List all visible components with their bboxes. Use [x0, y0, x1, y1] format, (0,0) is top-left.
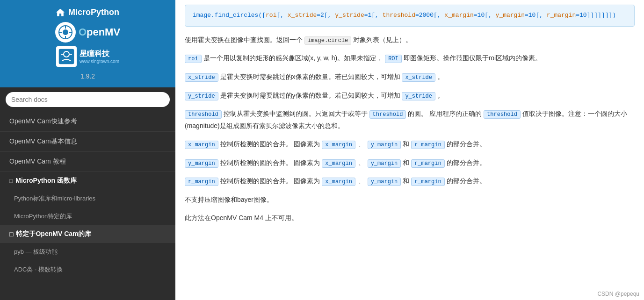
- sidebar-title: MicroPython: [56, 7, 119, 17]
- param-ystride-label: y_stride: [185, 92, 218, 100]
- search-input[interactable]: [6, 92, 170, 107]
- sidebar-header: MicroPython OpenMV: [0, 0, 175, 87]
- param-xstride-label: x_stride: [185, 73, 218, 82]
- code-text: image.find_circles([roi[, x_stride=2[, y…: [193, 12, 616, 19]
- para-ystride: y_stride 是霍夫变换时需要跳过的y像素的数量。若已知圆较大，可增加 y_…: [185, 90, 635, 102]
- inline-code-roi: ROI: [385, 55, 402, 63]
- sidebar-sub-pyb[interactable]: pyb — 板级功能: [0, 243, 175, 261]
- main-content: image.find_circles([roi[, x_stride=2[, y…: [175, 0, 644, 300]
- para-roi: roi 是一个用以复制的矩形的感兴趣区域(x, y, w, h)。如果未指定， …: [185, 52, 635, 64]
- para-intro: 使用霍夫变换在图像中查找圆。返回一个 image.circle 对象列表（见上）…: [185, 34, 635, 46]
- version-badge: 1.9.2: [80, 72, 95, 80]
- home-icon: [56, 9, 65, 16]
- singtown-logo: 星瞳科技 www.singtown.com: [56, 46, 119, 67]
- svg-point-1: [63, 29, 68, 35]
- sidebar-section-micropython: □ MicroPython 函数库: [0, 172, 175, 190]
- para-xstride: x_stride 是霍夫变换时需要跳过的x像素的数量。若已知圆较大，可增加 x_…: [185, 71, 635, 83]
- sidebar-item-tutorials[interactable]: OpenMV Cam 教程: [0, 152, 175, 172]
- inline-code-xmargin2: x_margin: [322, 159, 355, 168]
- sidebar: MicroPython OpenMV: [0, 0, 175, 300]
- param-threshold-label: threshold: [185, 110, 222, 119]
- inline-code-rmargin2: r_margin: [411, 159, 445, 168]
- singtown-logo-icon: [56, 46, 77, 67]
- sidebar-item-quick-ref[interactable]: OpenMV Cam快速参考: [0, 112, 175, 132]
- inline-code-ymargin2: y_margin: [368, 159, 401, 168]
- inline-code-threshold: threshold: [369, 110, 406, 119]
- code-signature: image.find_circles([roi[, x_stride=2[, y…: [185, 5, 635, 27]
- separator3: 、: [358, 177, 365, 185]
- openmv-logo: OpenMV: [55, 22, 120, 43]
- inline-code-rmargin1: r_margin: [411, 141, 445, 149]
- param-roi-label: roi: [185, 55, 202, 63]
- sidebar-sub-micropython-libs[interactable]: MicroPython特定的库: [0, 207, 175, 225]
- para-note2: 此方法在OpenMV Cam M4 上不可用。: [185, 212, 635, 224]
- param-ymargin-label: y_margin: [185, 159, 218, 168]
- inline-code-xmargin3: x_margin: [322, 178, 355, 186]
- para-xmargin: x_margin 控制所检测的圆的合并。 圆像素为 x_margin 、 y_m…: [185, 138, 635, 150]
- separator1: 、: [358, 140, 365, 148]
- param-rmargin-label: r_margin: [185, 178, 218, 186]
- param-xmargin-label: x_margin: [185, 141, 218, 149]
- inline-code-image-circle: image.circle: [304, 36, 351, 45]
- singtown-url: www.singtown.com: [80, 59, 119, 64]
- inline-code-xstride: x_stride: [402, 73, 435, 82]
- sidebar-section-openmv: □ 特定于OpenMV Cam的库: [0, 225, 175, 243]
- openmv-logo-icon: [55, 22, 76, 43]
- sidebar-sub-python-stdlib[interactable]: Python标准库和micro-libraries: [0, 190, 175, 207]
- para-threshold: threshold 控制从霍夫变换中监测到的圆。只返回大于或等于 thresho…: [185, 108, 635, 132]
- logos-row: OpenMV: [55, 22, 120, 43]
- inline-code-rmargin3: r_margin: [411, 178, 445, 186]
- footer-note: CSDN @pepequ: [597, 291, 639, 297]
- inline-code-threshold2: threshold: [484, 110, 521, 119]
- para-rmargin: r_margin 控制所检测的圆的合并。 圆像素为 x_margin 、 y_m…: [185, 175, 635, 187]
- inline-code-ymargin3: y_margin: [368, 178, 401, 186]
- singtown-brand-text: 星瞳科技: [80, 49, 119, 59]
- sidebar-sub-adc[interactable]: ADC类 - 模数转换: [0, 261, 175, 279]
- sidebar-app-name: MicroPython: [68, 7, 119, 17]
- para-note1: 不支持压缩图像和bayer图像。: [185, 194, 635, 206]
- separator2: 、: [358, 159, 365, 166]
- inline-code-xmargin1: x_margin: [322, 141, 355, 149]
- sidebar-item-basic-info[interactable]: OpenMV Cam基本信息: [0, 132, 175, 152]
- search-container: [0, 87, 175, 112]
- inline-code-ystride: y_stride: [402, 92, 435, 100]
- openmv-brand-text: OpenMV: [79, 26, 120, 38]
- inline-code-ymargin1: y_margin: [368, 141, 401, 149]
- singtown-row: 星瞳科技 www.singtown.com: [56, 46, 119, 67]
- para-ymargin: y_margin 控制所检测的圆的合并。 圆像素为 x_margin 、 y_m…: [185, 157, 635, 169]
